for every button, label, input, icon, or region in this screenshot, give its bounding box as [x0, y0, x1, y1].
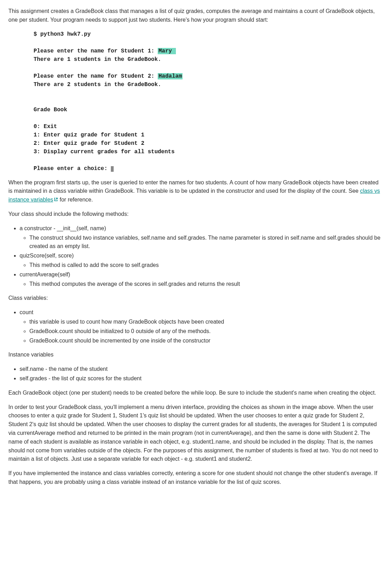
implementation-note-paragraph: If you have implemented the instance and… [8, 469, 384, 487]
test-paragraph: In order to test your GradeBook class, y… [8, 403, 384, 464]
list-item: this variable is used to count how many … [29, 318, 384, 326]
external-link-icon [54, 196, 58, 200]
list-item: a constructor - __init__(self, name) The… [20, 224, 384, 251]
list-item: currentAverage(self) This method compute… [20, 270, 384, 289]
list-item: count this variable is used to count how… [20, 308, 384, 345]
code-sample: $ python3 hwk7.py Please enter the name … [34, 30, 384, 173]
classvars-heading: Class variables: [8, 294, 384, 303]
methods-intro: Your class should include the following … [8, 210, 384, 219]
code-line: 3: Display current grades for all studen… [34, 149, 174, 155]
highlighted-input: Hadalam [158, 73, 183, 79]
list-item: This method computes the average of the … [29, 280, 384, 289]
instancevars-list: self.name - the name of the student self… [8, 365, 384, 383]
highlighted-input: Mary [158, 48, 176, 54]
code-line: Please enter a choice: [34, 165, 111, 172]
code-line: There are 2 students in the GradeBook. [34, 82, 161, 88]
code-line: 1: Enter quiz grade for Student 1 [34, 132, 144, 138]
list-item: GradeBook.count should be incremented by… [29, 337, 384, 345]
code-line: 0: Exit [34, 123, 57, 130]
list-item: self.grades - the list of quiz scores fo… [20, 374, 384, 383]
code-line: $ python3 hwk7.py [34, 31, 91, 37]
methods-list: a constructor - __init__(self, name) The… [8, 224, 384, 289]
list-item: self.name - the name of the student [20, 365, 384, 374]
instancevars-heading: Instance variables [8, 351, 384, 359]
list-item: This method is called to add the score t… [29, 261, 384, 270]
code-line: 2: Enter quiz grade for Student 2 [34, 140, 144, 147]
list-item: The construct should two instance variab… [29, 234, 384, 251]
list-item: quizScore(self, score) This method is ca… [20, 252, 384, 270]
cursor-icon [111, 166, 114, 172]
each-object-paragraph: Each GradeBook object (one per student) … [8, 389, 384, 397]
code-line: Grade Book [34, 107, 67, 113]
code-line: Please enter the name for Student 1: [34, 48, 158, 54]
classvars-list: count this variable is used to count how… [8, 308, 384, 345]
intro-paragraph: This assignment creates a GradeBook clas… [8, 7, 384, 24]
code-line: Please enter the name for Student 2: [34, 73, 158, 79]
explanation-paragraph: When the program first starts up, the us… [8, 178, 384, 204]
list-item: GradeBook.count should be initialized to… [29, 327, 384, 336]
code-line: There are 1 students in the GradeBook. [34, 56, 161, 63]
